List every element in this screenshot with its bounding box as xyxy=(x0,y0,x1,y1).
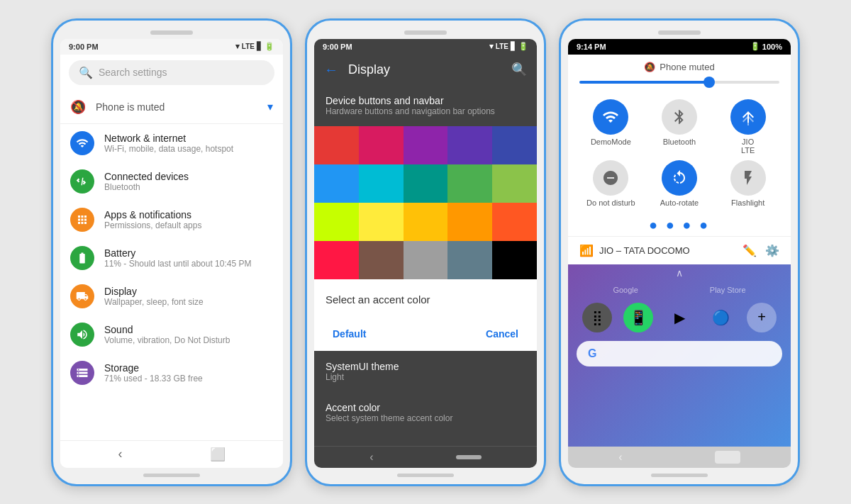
phone3-home-bar[interactable] xyxy=(715,451,740,464)
jio-label: JIOLTE xyxy=(741,138,755,155)
phone3-home-bar-bottom xyxy=(651,474,708,477)
color-light-green[interactable] xyxy=(492,164,537,203)
color-lime[interactable] xyxy=(314,203,359,241)
accent-title: Accent color xyxy=(326,402,525,413)
color-pink[interactable] xyxy=(359,126,404,164)
qs-tile-autorotate[interactable]: Auto-rotate xyxy=(648,160,711,207)
connected-text: Connected devices Bluetooth xyxy=(104,171,273,192)
color-brown[interactable] xyxy=(359,241,404,279)
qs-tile-jio[interactable]: JIOLTE xyxy=(716,99,779,155)
app-icon-dots[interactable]: ⣿ xyxy=(582,303,612,332)
qs-tile-bluetooth[interactable]: Bluetooth xyxy=(648,99,711,155)
phone1-status-bar: 9:00 PM ▾ LTE ▋ 🔋 xyxy=(60,39,283,55)
muted-label: Phone is muted xyxy=(96,101,257,113)
settings-list: Network & internet Wi-Fi, mobile, data u… xyxy=(60,124,283,440)
qs-tile-flashlight[interactable]: Flashlight xyxy=(716,160,779,207)
connected-title: Connected devices xyxy=(104,171,273,182)
color-orange[interactable] xyxy=(447,203,492,241)
muted-item[interactable]: 🔕 Phone is muted ▾ xyxy=(60,91,283,124)
demomode-label: DemoMode xyxy=(591,138,631,146)
phone2-back-icon[interactable]: ‹ xyxy=(369,451,373,464)
settings-item-display[interactable]: Display Wallpaper, sleep, font size xyxy=(60,277,283,315)
color-purple[interactable] xyxy=(404,126,448,164)
color-yellow[interactable] xyxy=(359,203,404,241)
home-chevron-icon: ∧ xyxy=(568,264,791,281)
cancel-button[interactable]: Cancel xyxy=(479,324,525,344)
qs-tile-demomode[interactable]: DemoMode xyxy=(579,99,643,155)
color-deep-orange[interactable] xyxy=(492,203,537,241)
settings-icon[interactable]: ⚙️ xyxy=(765,244,779,257)
volume-section: 🔕 Phone muted xyxy=(568,55,791,92)
color-blue-grey[interactable] xyxy=(447,241,492,279)
app-icon-whatsapp[interactable]: 📱 xyxy=(623,303,653,332)
color-grey[interactable] xyxy=(404,241,448,279)
settings-item-storage[interactable]: Storage 71% used - 18.33 GB free xyxy=(60,354,283,392)
display-search-icon[interactable]: 🔍 xyxy=(511,62,527,77)
color-black[interactable] xyxy=(492,241,537,279)
display-header: ← Display 🔍 xyxy=(314,55,537,85)
display-page-title: Display xyxy=(348,62,501,77)
network-title: Network & internet xyxy=(104,133,273,144)
settings-item-apps[interactable]: Apps & notifications Permissions, defaul… xyxy=(60,201,283,239)
settings-item-network[interactable]: Network & internet Wi-Fi, mobile, data u… xyxy=(60,124,283,162)
phone3-bottom-nav: ‹ xyxy=(568,447,791,468)
sound-title: Sound xyxy=(104,324,273,335)
settings-item-battery[interactable]: Battery 11% - Should last until about 10… xyxy=(60,239,283,277)
apps-text: Apps & notifications Permissions, defaul… xyxy=(104,209,273,230)
display-icon xyxy=(70,284,94,308)
storage-icon xyxy=(70,361,94,385)
color-grid xyxy=(314,126,537,279)
app-icon-play[interactable]: ▶ xyxy=(664,303,694,332)
home-screen-preview: ∧ Google Play Store ⣿ 📱 ▶ 🔵 + G xyxy=(568,264,791,447)
edit-icon[interactable]: ✏️ xyxy=(742,244,757,257)
systemui-title: SystemUI theme xyxy=(326,361,525,372)
display-subtitle: Wallpaper, sleep, font size xyxy=(104,297,273,307)
phone2-home-bar xyxy=(397,474,454,477)
phone1-status-icons: ▾ LTE ▋ 🔋 xyxy=(235,42,274,51)
back-button[interactable]: ← xyxy=(324,62,338,78)
phone2-status-bar: 9:00 PM ▾ LTE ▋ 🔋 xyxy=(314,39,537,55)
phone3-back-nav[interactable]: ‹ xyxy=(618,451,622,464)
default-button[interactable]: Default xyxy=(326,324,373,344)
color-teal[interactable] xyxy=(404,164,448,203)
lte-icon: LTE xyxy=(242,43,255,50)
network-actions: ✏️ ⚙️ xyxy=(742,244,779,257)
jio-lte-icon xyxy=(730,99,766,135)
accent-color-dialog: Select an accent color Default Cancel xyxy=(314,279,537,351)
back-nav-icon[interactable]: ‹ xyxy=(118,447,123,461)
storage-title: Storage xyxy=(104,362,273,374)
signal-bars-icon: 📶 xyxy=(579,244,594,257)
lte-icon2: LTE xyxy=(496,43,508,50)
color-red2[interactable] xyxy=(314,241,359,279)
color-cyan[interactable] xyxy=(359,164,404,203)
systemui-theme-item[interactable]: SystemUI theme Light xyxy=(314,351,537,392)
home-nav-icon[interactable]: ⬜ xyxy=(210,447,226,462)
settings-item-sound[interactable]: Sound Volume, vibration, Do Not Disturb xyxy=(60,315,283,354)
settings-item-connected[interactable]: Connected devices Bluetooth xyxy=(60,162,283,201)
color-amber[interactable] xyxy=(404,203,448,241)
dnd-label: Do not disturb xyxy=(586,198,635,207)
color-blue[interactable] xyxy=(314,164,359,203)
color-red[interactable] xyxy=(314,126,359,164)
google-g-icon: G xyxy=(588,347,596,360)
bluetooth-icon xyxy=(662,99,697,135)
battery-icon: 🔋 xyxy=(265,42,274,51)
display-content: Device buttons and navbar Hardware butto… xyxy=(314,85,537,446)
accent-subtitle: Select system theme accent color xyxy=(326,413,525,423)
phone2-home-icon[interactable] xyxy=(456,455,482,459)
color-green[interactable] xyxy=(447,164,492,203)
volume-thumb[interactable] xyxy=(703,77,715,88)
color-deep-purple[interactable] xyxy=(447,126,492,164)
search-bar[interactable]: 🔍 Search settings xyxy=(69,60,274,85)
app-icon-chrome[interactable]: 🔵 xyxy=(706,303,735,332)
network-text: Network & internet Wi-Fi, mobile, data u… xyxy=(104,133,273,154)
sound-icon xyxy=(70,323,94,347)
color-indigo[interactable] xyxy=(492,126,537,164)
volume-slider[interactable] xyxy=(579,81,779,84)
device-buttons-item[interactable]: Device buttons and navbar Hardware butto… xyxy=(314,85,537,126)
app-icon-add[interactable]: + xyxy=(747,303,777,332)
flashlight-icon xyxy=(730,160,766,196)
google-search-bar[interactable]: G xyxy=(577,341,782,366)
accent-color-item[interactable]: Accent color Select system theme accent … xyxy=(314,392,537,433)
qs-tile-dnd[interactable]: Do not disturb xyxy=(579,160,643,207)
